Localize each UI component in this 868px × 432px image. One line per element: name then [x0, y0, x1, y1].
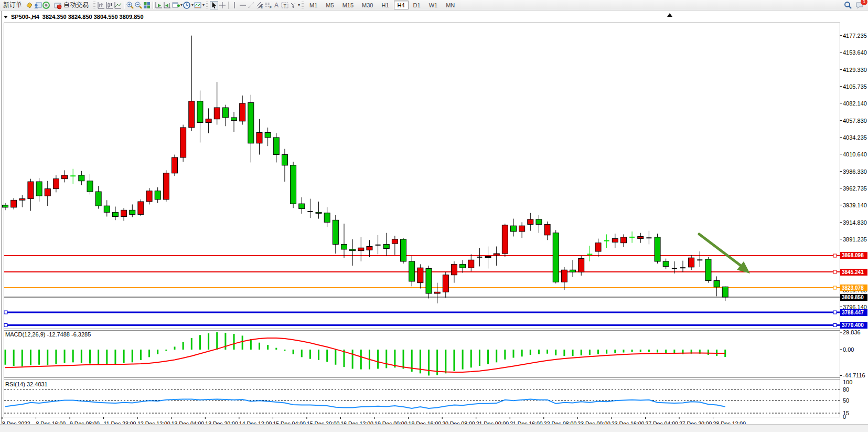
search-icon[interactable]: [844, 1, 852, 9]
chart-shift-icon[interactable]: [163, 1, 172, 9]
timeframe-button-h4[interactable]: H4: [394, 1, 409, 9]
chart-window: SP500-,H4 3824.350 3824.850 3804.550 380…: [0, 11, 868, 432]
autotrading-label: 自动交易: [63, 1, 89, 9]
rsi-label: RSI(14) 32.4031: [5, 381, 48, 387]
status-strip: [0, 424, 868, 432]
toolbar-grip[interactable]: [93, 2, 95, 9]
candlestick-type-icon[interactable]: [105, 1, 114, 9]
svg-text:4082.140: 4082.140: [843, 100, 867, 107]
zoom-in-icon[interactable]: [126, 1, 134, 9]
svg-text:3914.830: 3914.830: [843, 219, 867, 226]
candlesticks[interactable]: [3, 36, 728, 303]
timeframe-button-d1[interactable]: D1: [410, 1, 424, 9]
equidistant-channel-tool-icon[interactable]: E: [255, 1, 264, 9]
svg-text:4129.330: 4129.330: [843, 67, 867, 73]
svg-text:E: E: [261, 6, 263, 9]
toolbar: 新订单 自动交易 ▾ ▾: [0, 0, 868, 10]
autotrading-icon: [53, 1, 62, 9]
svg-text:A: A: [274, 2, 278, 9]
timeframe-button-w1[interactable]: W1: [425, 1, 442, 9]
timeframe-button-m15[interactable]: M15: [339, 1, 357, 9]
pane-borders: [4, 23, 840, 417]
macd-histogram: [5, 332, 725, 375]
notifications-chat-icon[interactable]: 1: [855, 1, 864, 9]
autotrading-button[interactable]: 自动交易: [50, 1, 92, 10]
new-order-label: 新订单: [3, 1, 22, 9]
arrows-caret[interactable]: ▾: [298, 3, 300, 7]
svg-text:80: 80: [843, 386, 849, 393]
label-tool-icon[interactable]: T: [281, 1, 289, 9]
template-icon[interactable]: [194, 1, 202, 9]
price-label-chip: 3868.098: [840, 252, 867, 259]
zoom-out-icon[interactable]: [134, 1, 143, 9]
svg-text:4177.235: 4177.235: [843, 33, 867, 39]
vertical-line-tool-icon[interactable]: [230, 1, 239, 9]
line-drag-handle[interactable]: [4, 311, 7, 314]
line-chart-type-icon[interactable]: [114, 1, 122, 9]
toolbar-grip[interactable]: [302, 2, 304, 9]
svg-text:4034.235: 4034.235: [843, 134, 867, 141]
svg-text:50: 50: [843, 397, 849, 404]
new-order-button[interactable]: 新订单: [0, 1, 25, 10]
rsi-levels: [4, 389, 840, 414]
svg-text:4057.830: 4057.830: [843, 118, 867, 124]
svg-text:29.836: 29.836: [843, 329, 861, 335]
profiles-clock-icon[interactable]: [183, 1, 191, 9]
radar-icon[interactable]: [42, 1, 50, 9]
svg-text:100: 100: [843, 379, 852, 385]
trendline-tool-icon[interactable]: [247, 1, 255, 9]
line-drag-handle[interactable]: [4, 324, 7, 327]
price-label-chip: 3845.241: [840, 269, 867, 276]
timeframe-button-m5[interactable]: M5: [322, 1, 337, 9]
svg-text:3939.140: 3939.140: [843, 202, 867, 208]
price-label-chip: 3788.447: [840, 309, 867, 316]
arrows-tool-icon[interactable]: [289, 1, 297, 9]
line-drag-handle[interactable]: [833, 270, 837, 273]
template-caret[interactable]: ▾: [202, 3, 205, 7]
fibonacci-tool-icon[interactable]: F: [264, 1, 272, 9]
timeframe-group: M1M5M15M30H1H4D1W1MN: [305, 1, 459, 9]
svg-text:3891.235: 3891.235: [843, 236, 867, 243]
svg-text:0.00: 0.00: [843, 346, 854, 353]
toolbar-grip[interactable]: [206, 2, 208, 9]
line-drag-handle[interactable]: [833, 286, 837, 289]
svg-text:4010.640: 4010.640: [843, 151, 867, 157]
timeframe-button-mn[interactable]: MN: [442, 1, 458, 9]
crosshair-tool-icon[interactable]: [218, 1, 227, 9]
horizontal-line-tool-icon[interactable]: [239, 1, 247, 9]
macd-signal-line: [5, 338, 725, 372]
horizontal-price-lines[interactable]: [4, 254, 840, 327]
auto-scroll-icon[interactable]: [155, 1, 163, 9]
price-label-chip: 3823.078: [840, 285, 867, 291]
svg-text:3986.330: 3986.330: [843, 168, 867, 175]
navigator-icon[interactable]: [34, 1, 42, 9]
svg-text:3962.735: 3962.735: [843, 185, 867, 192]
timeframe-button-h1[interactable]: H1: [378, 1, 392, 9]
svg-text:T: T: [284, 3, 287, 8]
svg-text:4105.735: 4105.735: [843, 83, 867, 90]
notification-badge: 1: [861, 0, 867, 5]
macd-label: MACD(12,26,9) -12.7488 -6.3285: [5, 331, 91, 338]
price-label-chip: 3809.850: [840, 294, 867, 301]
chart-canvas[interactable]: 4177.2354153.6404129.3304105.7354082.140…: [0, 11, 868, 432]
cursor-tool-icon[interactable]: [210, 1, 218, 9]
toolbar-separator: [124, 2, 124, 9]
new-chart-icon[interactable]: [172, 1, 180, 9]
line-drag-handle[interactable]: [833, 254, 837, 257]
text-tool-icon[interactable]: A: [272, 1, 281, 9]
price-axis: 4177.2354153.6404129.3304105.7354082.140…: [840, 33, 867, 420]
svg-text:F: F: [270, 6, 272, 9]
svg-text:0: 0: [843, 414, 846, 420]
line-drag-handle[interactable]: [833, 324, 837, 327]
svg-text:4153.640: 4153.640: [843, 49, 867, 56]
timeframe-button-m1[interactable]: M1: [306, 1, 321, 9]
toolbar-separator: [228, 2, 229, 9]
line-drag-handle[interactable]: [833, 311, 837, 314]
tile-windows-icon[interactable]: [143, 1, 151, 9]
toolbar-separator: [153, 2, 153, 9]
bar-chart-type-icon[interactable]: [97, 1, 105, 9]
rsi-line: [5, 399, 725, 408]
svg-text:-44.7116: -44.7116: [843, 372, 865, 378]
timeframe-button-m30[interactable]: M30: [358, 1, 377, 9]
symbols-icon[interactable]: [25, 1, 34, 9]
